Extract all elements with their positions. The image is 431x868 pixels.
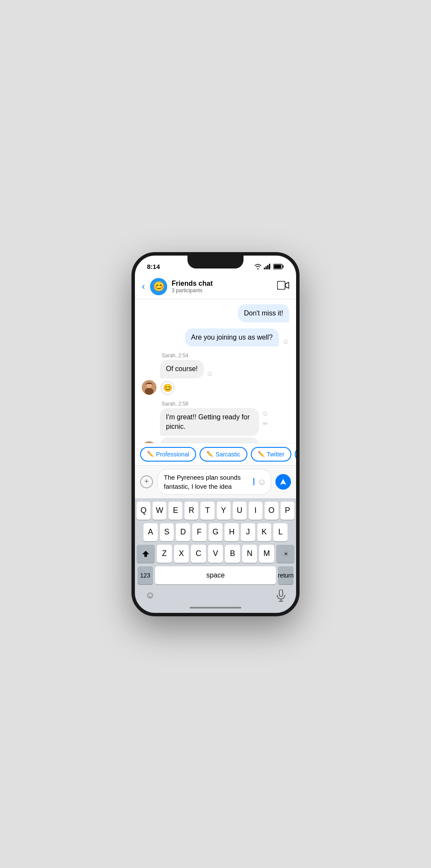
key-m[interactable]: M bbox=[259, 545, 274, 563]
keyboard-emoji-row: ☺ bbox=[137, 587, 294, 605]
chip-label: Sarcastic bbox=[216, 451, 240, 458]
chip-icon: ✏️ bbox=[206, 451, 213, 457]
home-indicator bbox=[137, 605, 294, 611]
svg-point-10 bbox=[145, 388, 153, 395]
key-b[interactable]: B bbox=[225, 545, 240, 563]
emoji-input-button[interactable]: ☺ bbox=[258, 477, 266, 487]
svg-rect-3 bbox=[269, 264, 270, 269]
message-bubble: Are you joining us as well? bbox=[185, 328, 278, 347]
chat-area: Don't miss it! Are you joining us as wel… bbox=[135, 299, 296, 443]
back-button[interactable]: ‹ bbox=[142, 281, 145, 292]
key-y[interactable]: Y bbox=[217, 502, 231, 520]
message-bubble: Don't miss it! bbox=[238, 304, 289, 322]
num-key[interactable]: 123 bbox=[137, 566, 153, 584]
reaction-button[interactable]: ☺ bbox=[262, 410, 269, 418]
message-row: I'm great!! Getting ready for picnic. To… bbox=[142, 408, 289, 443]
chip-label: Twitter bbox=[267, 451, 284, 458]
keyboard: Q W E R T Y U I O P A S D F G H J K bbox=[135, 498, 296, 613]
message-row: Of course! ☺ 😊 bbox=[142, 360, 289, 394]
chat-header: ‹ 😊 Friends chat 3 participants bbox=[135, 275, 296, 299]
backspace-key[interactable] bbox=[276, 545, 294, 563]
svg-rect-14 bbox=[279, 590, 283, 596]
key-r[interactable]: R bbox=[184, 502, 198, 520]
chip-formal[interactable]: ✏️ F... bbox=[295, 447, 296, 462]
key-k[interactable]: K bbox=[257, 523, 272, 541]
battery-icon bbox=[273, 264, 284, 269]
reaction-button[interactable]: ☺ bbox=[282, 338, 289, 346]
chip-professional[interactable]: ✏️ Professional bbox=[140, 447, 196, 462]
msg-group-2: Are you joining us as well? ☺ bbox=[142, 328, 289, 347]
return-key[interactable]: return bbox=[278, 566, 294, 584]
chip-icon: ✏️ bbox=[147, 451, 154, 457]
message-bubble: I'm great!! Getting ready for picnic. bbox=[160, 408, 259, 436]
chip-label: Professional bbox=[156, 451, 189, 458]
key-v[interactable]: V bbox=[208, 545, 223, 563]
key-t[interactable]: T bbox=[200, 502, 214, 520]
message-row: Don't miss it! bbox=[142, 304, 289, 322]
chip-twitter[interactable]: ✏️ Twitter bbox=[251, 447, 291, 462]
shift-key[interactable] bbox=[137, 545, 155, 563]
edit-button[interactable]: ✏ bbox=[263, 420, 268, 427]
header-info: Friends chat 3 participants bbox=[172, 280, 273, 293]
sender-avatar bbox=[142, 380, 156, 395]
key-s[interactable]: S bbox=[160, 523, 174, 541]
notch bbox=[187, 256, 244, 269]
message-bubble-2: Today is sunny! bbox=[160, 437, 259, 443]
key-w[interactable]: W bbox=[153, 502, 166, 520]
emoji-keyboard-button[interactable]: ☺ bbox=[145, 590, 155, 602]
sender-info: Sarah, 2:54 bbox=[162, 353, 289, 359]
key-g[interactable]: G bbox=[209, 523, 223, 541]
key-d[interactable]: D bbox=[176, 523, 190, 541]
chat-title: Friends chat bbox=[172, 280, 273, 287]
key-a[interactable]: A bbox=[144, 523, 158, 541]
msg-group-1: Don't miss it! bbox=[142, 304, 289, 322]
message-bubble: Of course! bbox=[160, 360, 204, 378]
message-input[interactable]: The Pyrenees plan sounds fantastic, I lo… bbox=[157, 469, 271, 495]
emoji-reaction: 😊 bbox=[161, 381, 175, 395]
key-l[interactable]: L bbox=[273, 523, 287, 541]
status-icons bbox=[254, 264, 284, 269]
chip-icon: ✏️ bbox=[258, 451, 265, 457]
input-text: The Pyrenees plan sounds fantastic, I lo… bbox=[164, 473, 253, 491]
add-button[interactable]: + bbox=[140, 475, 153, 488]
home-bar bbox=[190, 607, 241, 609]
participants-count: 3 participants bbox=[172, 287, 273, 293]
key-e[interactable]: E bbox=[169, 502, 182, 520]
key-f[interactable]: F bbox=[192, 523, 206, 541]
status-time: 8:14 bbox=[147, 263, 160, 270]
avatar: 😊 bbox=[150, 278, 167, 295]
wifi-icon bbox=[254, 264, 262, 269]
cursor bbox=[253, 478, 254, 485]
keyboard-bottom-row: 123 space return bbox=[137, 566, 294, 587]
key-o[interactable]: O bbox=[265, 502, 278, 520]
key-p[interactable]: P bbox=[281, 502, 294, 520]
key-h[interactable]: H bbox=[225, 523, 239, 541]
key-n[interactable]: N bbox=[242, 545, 257, 563]
key-z[interactable]: Z bbox=[157, 545, 172, 563]
svg-rect-1 bbox=[265, 266, 267, 269]
video-call-button[interactable] bbox=[277, 281, 289, 292]
ai-chips-row: ✏️ Professional ✏️ Sarcastic ✏️ Twitter … bbox=[135, 443, 296, 465]
key-x[interactable]: X bbox=[174, 545, 189, 563]
reaction-button[interactable]: ☺ bbox=[206, 370, 213, 378]
svg-rect-5 bbox=[283, 265, 284, 268]
key-i[interactable]: I bbox=[249, 502, 262, 520]
key-q[interactable]: Q bbox=[137, 502, 150, 520]
sender-info: Sarah, 2:58 bbox=[162, 401, 289, 407]
svg-rect-2 bbox=[267, 265, 269, 269]
msg-group-3: Sarah, 2:54 Of course! ☺ bbox=[142, 353, 289, 394]
msg-group-4: Sarah, 2:58 I'm great!! Gett bbox=[142, 401, 289, 443]
svg-rect-0 bbox=[264, 268, 265, 269]
signal-icon bbox=[264, 264, 271, 269]
keyboard-row-1: Q W E R T Y U I O P bbox=[137, 502, 294, 520]
chip-sarcastic[interactable]: ✏️ Sarcastic bbox=[200, 447, 247, 462]
key-c[interactable]: C bbox=[191, 545, 206, 563]
key-j[interactable]: J bbox=[241, 523, 255, 541]
key-u[interactable]: U bbox=[233, 502, 247, 520]
keyboard-row-2: A S D F G H J K L bbox=[137, 523, 294, 541]
space-key[interactable]: space bbox=[155, 566, 276, 584]
message-row: Are you joining us as well? ☺ bbox=[142, 328, 289, 347]
send-button[interactable] bbox=[275, 474, 291, 490]
mic-button[interactable] bbox=[276, 590, 286, 602]
svg-rect-6 bbox=[274, 265, 281, 269]
